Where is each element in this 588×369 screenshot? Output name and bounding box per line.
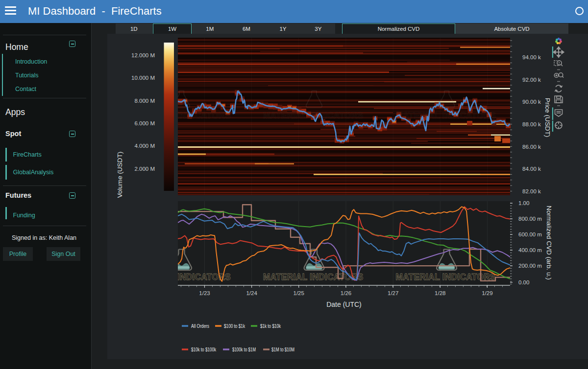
svg-text:600.00 m: 600.00 m — [518, 231, 542, 237]
svg-text:1/26: 1/26 — [341, 290, 351, 296]
svg-text:Date (UTC): Date (UTC) — [326, 300, 362, 308]
svg-text:92.00 k: 92.00 k — [522, 77, 541, 83]
svg-text:82.00 k: 82.00 k — [522, 188, 541, 194]
svg-text:Normalized CVD (arb. u.): Normalized CVD (arb. u.) — [545, 206, 553, 280]
svg-text:1/29: 1/29 — [482, 290, 492, 296]
svg-text:200.00 m: 200.00 m — [518, 263, 542, 269]
svg-text:800.00 m: 800.00 m — [518, 216, 542, 222]
svg-text:84.00 k: 84.00 k — [522, 166, 541, 172]
svg-text:$1k to $10k: $1k to $10k — [260, 323, 281, 329]
svg-text:$10k to $100k: $10k to $100k — [191, 346, 217, 352]
svg-text:88.00 k: 88.00 k — [522, 121, 541, 127]
svg-text:2.000 M: 2.000 M — [134, 166, 155, 172]
svg-text:1/28: 1/28 — [435, 290, 445, 296]
svg-text:1/27: 1/27 — [388, 290, 398, 296]
svg-text:4.000 M: 4.000 M — [134, 143, 155, 149]
svg-text:Price (USDT): Price (USDT) — [544, 98, 551, 137]
svg-text:MATERIAL INDICATORS: MATERIAL INDICATORS — [263, 111, 364, 120]
svg-text:12.000 M: 12.000 M — [131, 52, 155, 58]
svg-text:6.000 M: 6.000 M — [134, 120, 155, 126]
svg-text:86.00 k: 86.00 k — [522, 144, 541, 150]
svg-text:MATERIAL INDICATORS: MATERIAL INDICATORS — [263, 272, 364, 282]
svg-text:8.000 M: 8.000 M — [134, 98, 155, 104]
svg-text:90.00 k: 90.00 k — [522, 99, 541, 105]
svg-text:10.000 M: 10.000 M — [131, 75, 155, 81]
svg-text:$100k to $1M: $100k to $1M — [232, 346, 256, 352]
svg-text:$1M to $10M: $1M to $10M — [271, 346, 294, 352]
svg-text:400.00 m: 400.00 m — [518, 247, 542, 253]
svg-text:1.00: 1.00 — [518, 200, 529, 206]
svg-text:Volume (USDT): Volume (USDT) — [116, 152, 123, 198]
svg-text:$100 to $1k: $100 to $1k — [224, 323, 245, 329]
svg-text:0.00: 0.00 — [518, 279, 529, 285]
svg-text:All Orders: All Orders — [191, 323, 209, 329]
svg-text:1/24: 1/24 — [246, 290, 257, 296]
svg-text:MATERIAL INDICATORS: MATERIAL INDICATORS — [395, 111, 496, 120]
svg-text:1/25: 1/25 — [294, 290, 304, 296]
svg-text:94.00 k: 94.00 k — [522, 54, 541, 60]
svg-text:1/23: 1/23 — [199, 290, 210, 296]
